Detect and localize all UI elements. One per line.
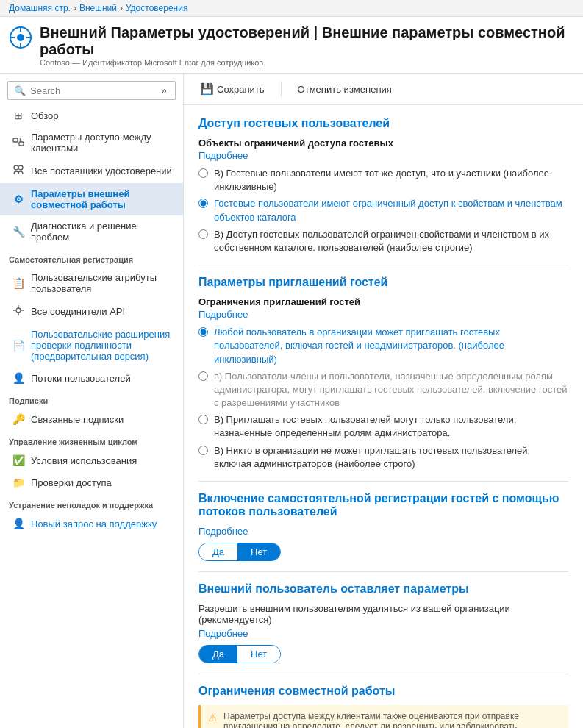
divider-1: [198, 265, 568, 265]
sidebar-item-access-reviews[interactable]: 📁 Проверки доступа: [0, 471, 183, 493]
learn-more-self-service[interactable]: Подробнее: [198, 526, 568, 537]
radio-guest-access-3[interactable]: [198, 229, 208, 239]
breadcrumb-level2[interactable]: Удостоверения: [126, 3, 188, 13]
toggle-self-service: Да Нет: [198, 543, 281, 561]
sidebar-item-label: Пользовательские расширения проверки под…: [31, 329, 174, 362]
radio-option-guest-access-1[interactable]: В) Гостевые пользователи имеют тот же до…: [198, 167, 568, 193]
api-icon: [12, 304, 25, 318]
save-button[interactable]: 💾 Сохранить: [196, 79, 269, 99]
breadcrumb-level1[interactable]: Внешний: [79, 3, 117, 13]
learn-more-access[interactable]: Подробнее: [198, 150, 568, 161]
toggle-yes-self-service[interactable]: Да: [199, 543, 237, 560]
breadcrumb-sep1: ›: [74, 3, 76, 13]
radio-option-guest-access-2[interactable]: Гостевые пользователи имеют ограниченный…: [198, 197, 568, 224]
radio-invite-2[interactable]: [198, 371, 208, 381]
section-title-external-leave: Внешний пользователь оставляет параметры: [198, 582, 568, 596]
toolbar-separator: [281, 82, 282, 96]
nav-section-subscriptions: Подписки 🔑 Связанные подписки: [0, 389, 183, 430]
radio-invite-3[interactable]: [198, 415, 208, 424]
save-label: Сохранить: [217, 84, 265, 95]
section-header-lifecycle: Управление жизненным циклом: [0, 430, 183, 449]
reviews-icon: 📁: [12, 477, 25, 488]
radio-option-invite-1[interactable]: Любой пользователь в организации может п…: [198, 326, 568, 366]
cancel-button[interactable]: Отменить изменения: [293, 81, 396, 98]
providers-icon: [12, 164, 25, 178]
page-header-icon: [9, 26, 32, 54]
diagnostics-icon: 🔧: [12, 226, 25, 238]
search-input[interactable]: [30, 85, 154, 96]
page-title: Внешний Параметры удостоверений | Внешни…: [40, 24, 571, 58]
nav-section-self-service: Самостоятельная регистрация 📋 Пользовате…: [0, 248, 183, 389]
breadcrumb-home[interactable]: Домашняя стр.: [9, 3, 71, 13]
radio-label-guest-access-2: Гостевые пользователи имеют ограниченный…: [214, 197, 568, 224]
sidebar-item-terms-of-use[interactable]: ✅ Условия использования: [0, 449, 183, 471]
svg-point-1: [17, 34, 24, 41]
radio-option-invite-2[interactable]: в) Пользователи-члены и пользователи, на…: [198, 370, 568, 410]
nav-section-lifecycle: Управление жизненным циклом ✅ Условия ис…: [0, 430, 183, 493]
toggle-yes-external-leave[interactable]: Да: [199, 646, 237, 663]
page-header-texts: Внешний Параметры удостоверений | Внешни…: [40, 24, 571, 67]
sidebar-item-cross-tenant[interactable]: Параметры доступа между клиентами: [0, 126, 183, 159]
content-area: 💾 Сохранить Отменить изменения Доступ го…: [184, 74, 583, 728]
radio-label-guest-access-1: В) Гостевые пользователи имеют тот же до…: [214, 167, 568, 193]
sidebar-item-external-collab[interactable]: ⚙ Параметры внешней совместной работы: [0, 183, 183, 215]
sidebar-item-new-request[interactable]: 👤 Новый запрос на поддержку: [0, 513, 183, 535]
section-self-service-signup: Включение самостоятельной регистрации го…: [198, 492, 568, 561]
nav-section-support: Устранение неполадок и поддержка 👤 Новый…: [0, 493, 183, 535]
radio-guest-access-1[interactable]: [198, 168, 208, 178]
sidebar-item-overview[interactable]: ⊞ Обзор: [0, 104, 183, 126]
sidebar-item-label: Пользовательские атрибуты пользователя: [31, 272, 174, 294]
sidebar-item-user-attrs[interactable]: 📋 Пользовательские атрибуты пользователя: [0, 267, 183, 299]
toggle-no-external-leave[interactable]: Нет: [237, 646, 280, 663]
radio-invite-1[interactable]: [198, 327, 208, 337]
section-title-self-service: Включение самостоятельной регистрации го…: [198, 492, 568, 518]
svg-rect-7: [19, 142, 24, 146]
sidebar-item-user-flow-ext[interactable]: 📄 Пользовательские расширения проверки п…: [0, 324, 183, 367]
subsection-label-invite-restrictions: Ограничения приглашений гостей: [198, 296, 568, 307]
user-flows-icon: 👤: [12, 372, 25, 384]
radio-invite-4[interactable]: [198, 446, 208, 455]
learn-more-external-leave[interactable]: Подробнее: [198, 628, 568, 639]
divider-4: [198, 674, 568, 674]
radio-option-invite-3[interactable]: В) Приглашать гостевых пользователей мог…: [198, 413, 568, 440]
page-subtitle: Contoso — Идентификатор Microsoft Entar …: [40, 58, 571, 67]
sidebar-item-label: Проверки доступа: [31, 477, 112, 488]
section-collab-restrictions: Ограничения совместной работы ⚠ Параметр…: [198, 685, 568, 728]
sidebar-item-api-connectors[interactable]: Все соединители API: [0, 299, 183, 324]
section-guest-invitations: Параметры приглашений гостей Ограничения…: [198, 276, 568, 471]
page-header: Внешний Параметры удостоверений | Внешни…: [0, 17, 583, 74]
cross-tenant-icon: [12, 136, 25, 150]
section-title-guest-access: Доступ гостевых пользователей: [198, 117, 568, 130]
radio-label-invite-2: в) Пользователи-члены и пользователи, на…: [214, 370, 568, 410]
warning-icon: ⚠: [208, 712, 218, 724]
search-icon: 🔍: [14, 85, 26, 96]
content-body: Доступ гостевых пользователей Объекты ог…: [184, 105, 583, 728]
section-guest-access: Доступ гостевых пользователей Объекты ог…: [198, 117, 568, 254]
save-icon: 💾: [200, 82, 214, 96]
sidebar-item-linked-subs[interactable]: 🔑 Связанные подписки: [0, 408, 183, 430]
collapse-button[interactable]: »: [158, 85, 170, 96]
radio-guest-access-2[interactable]: [198, 199, 208, 208]
sidebar-item-all-providers[interactable]: Все поставщики удостоверений: [0, 159, 183, 183]
sidebar-item-label: Все соединители API: [31, 306, 125, 317]
toggle-no-self-service[interactable]: Нет: [237, 543, 280, 560]
search-box[interactable]: 🔍 »: [7, 81, 176, 100]
flow-ext-icon: 📄: [12, 340, 25, 351]
radio-option-invite-4[interactable]: В) Никто в организации не может приглаша…: [198, 444, 568, 471]
user-attrs-icon: 📋: [12, 277, 25, 289]
learn-more-invite[interactable]: Подробнее: [198, 309, 568, 320]
svg-point-11: [16, 308, 21, 313]
overview-icon: ⊞: [12, 110, 25, 121]
subsection-label-access-restrictions: Объекты ограничений доступа гостевых: [198, 138, 568, 149]
warning-text: Параметры доступа между клиентами также …: [223, 711, 561, 728]
sidebar-item-diagnostics[interactable]: 🔧 Диагностика и решение проблем: [0, 215, 183, 248]
sidebar-item-label: Условия использования: [31, 455, 137, 466]
toolbar: 💾 Сохранить Отменить изменения: [184, 74, 583, 105]
divider-3: [198, 571, 568, 572]
radio-option-guest-access-3[interactable]: В) Доступ гостевых пользователей огранич…: [198, 228, 568, 254]
sidebar-item-label: Диагностика и решение проблем: [31, 221, 174, 243]
svg-rect-6: [13, 138, 18, 142]
sidebar-item-user-flows[interactable]: 👤 Потоки пользователей: [0, 367, 183, 389]
warning-box-collab: ⚠ Параметры доступа между клиентами такж…: [198, 705, 568, 728]
section-header-subscriptions: Подписки: [0, 389, 183, 408]
